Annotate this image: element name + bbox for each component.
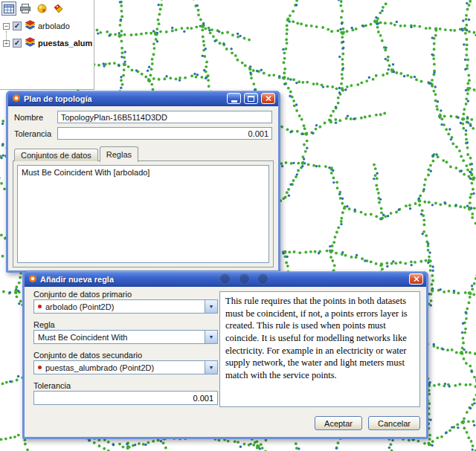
rule-select[interactable]: Must Be Coincident With ▼ [33,330,218,344]
layer-checkbox[interactable]: ✓ [13,22,22,30]
nombre-label: Nombre [14,113,57,122]
point-symbol-icon [38,305,42,308]
gvsig-icon [28,273,37,286]
reglas-tab-panel: Must Be Coincident With [arbolado] [13,160,274,267]
topology-plan-dialog: Plan de topología Nombre Tolerancia Conj… [6,91,280,273]
layer-label[interactable]: puestas_alum [38,39,92,48]
minimize-icon [231,100,237,103]
chevron-down-icon[interactable]: ▼ [205,331,217,343]
tolerance-input[interactable] [33,391,218,405]
layer-checkbox[interactable]: ✓ [13,39,22,48]
add-rule-dialog-body: Conjunto de datos primario arbolado (Poi… [25,287,426,437]
titlebar-artifact [219,273,231,285]
layer-icon [25,36,36,50]
topology-dialog-body: Nombre Tolerancia Conjuntos de datos Reg… [8,106,278,270]
tolerancia-input[interactable] [57,127,272,140]
rules-list[interactable]: Must Be Coincident With [arbolado] [17,165,269,263]
minimize-button[interactable] [227,93,241,104]
rule-description: This rule requires that the points in bo… [219,291,420,407]
dialog-buttons: Aceptar Cancelar [315,416,420,430]
nombre-input[interactable] [57,111,272,123]
rule-label: Regla [33,320,55,329]
printer-icon[interactable] [18,1,33,16]
secondary-dataset-label: Conjunto de datos secundario [33,351,142,360]
dialog-title: Plan de topología [24,94,224,103]
close-button[interactable] [261,93,275,104]
application-window: − ✓ arbolado − ✓ puestas_alum Pl [0,0,476,451]
topology-dialog-titlebar[interactable]: Plan de topología [8,91,278,106]
accept-button[interactable]: Aceptar [315,416,362,430]
tree-collapse-icon[interactable]: − [3,40,10,47]
tolerance-label: Tolerancia [33,381,71,390]
tab-conjuntos-de-datos[interactable]: Conjuntos de datos [14,149,98,161]
close-button[interactable] [409,273,423,285]
tag-icon[interactable] [51,1,65,16]
titlebar-artifact [257,273,268,285]
secondary-dataset-select[interactable]: puestas_alumbrado (Point2D) ▼ [33,360,218,374]
symbology-icon[interactable] [34,1,49,16]
layer-row-puestas[interactable]: − ✓ puestas_alum [3,37,94,49]
layer-tree: − ✓ arbolado − ✓ puestas_alum [0,18,94,49]
add-rule-dialog-titlebar[interactable]: Añadir nueva regla [25,271,426,287]
restore-button[interactable] [244,93,258,104]
restore-icon [248,96,254,102]
tree-collapse-icon[interactable]: − [3,23,10,30]
close-icon [414,276,419,282]
rule-value: Must Be Coincident With [38,333,127,342]
tolerancia-label: Tolerancia [14,129,57,138]
secondary-dataset-value: puestas_alumbrado (Point2D) [45,363,154,372]
titlebar-artifact [239,273,250,285]
topology-tabs: Conjuntos de datos Reglas [14,146,140,161]
primary-dataset-value: arbolado (Point2D) [45,302,114,311]
layer-row-arbolado[interactable]: − ✓ arbolado [3,20,94,32]
table-icon[interactable] [1,1,16,16]
layer-label[interactable]: arbolado [38,22,70,30]
tab-reglas[interactable]: Reglas [100,146,138,162]
close-icon [266,96,271,101]
chevron-down-icon[interactable]: ▼ [205,300,217,313]
toc-toolbar [0,0,94,18]
layer-icon [25,19,36,33]
layer-panel: − ✓ arbolado − ✓ puestas_alum [0,0,94,90]
add-rule-dialog: Añadir nueva regla Conjunto de datos pri… [22,271,428,439]
rule-list-item[interactable]: Must Be Coincident With [arbolado] [22,168,265,177]
chevron-down-icon[interactable]: ▼ [205,361,217,374]
gvsig-icon [12,92,21,106]
cancel-button[interactable]: Cancelar [368,416,420,430]
primary-dataset-select[interactable]: arbolado (Point2D) ▼ [33,299,218,314]
point-symbol-icon [38,366,42,369]
primary-dataset-label: Conjunto de datos primario [33,290,132,299]
